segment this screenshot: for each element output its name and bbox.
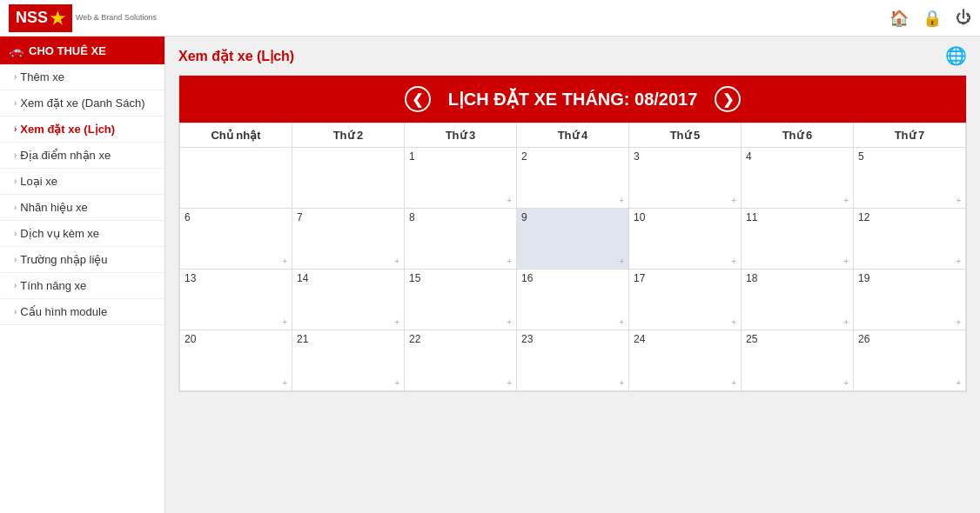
sidebar-item-dia-diem[interactable]: › Địa điểm nhận xe (0, 143, 164, 169)
day-number: 2 (521, 150, 527, 163)
header-icons: 🏠 🔒 ⏻ (889, 9, 971, 28)
calendar-cell[interactable] (292, 148, 405, 209)
day-add-icon[interactable]: + (956, 256, 961, 266)
sidebar-label-3: Địa điểm nhận xe (20, 149, 111, 162)
day-add-icon[interactable]: + (956, 317, 961, 327)
day-number: 12 (858, 211, 869, 223)
day-number: 4 (746, 150, 752, 163)
calendar-cell[interactable]: 14+ (292, 270, 405, 330)
calendar-cell[interactable]: 25+ (742, 330, 854, 391)
sidebar-item-them-xe[interactable]: › Thêm xe (0, 64, 164, 90)
day-add-icon[interactable]: + (282, 256, 287, 266)
calendar-cell[interactable]: 6+ (180, 209, 292, 270)
calendar-cell[interactable]: 23+ (517, 330, 629, 391)
day-add-icon[interactable]: + (619, 256, 624, 266)
day-add-icon[interactable]: + (731, 196, 736, 205)
calendar-cell[interactable]: 7+ (292, 209, 405, 270)
calendar-cell[interactable]: 18+ (742, 270, 854, 330)
calendar-container: ❮ LỊCH ĐẶT XE THÁNG: 08/2017 ❯ Chủ nhật … (178, 75, 967, 392)
calendar-cell[interactable]: 5+ (854, 148, 966, 209)
calendar-cell[interactable]: 15+ (405, 270, 517, 330)
power-icon[interactable]: ⏻ (956, 9, 971, 27)
prev-month-button[interactable]: ❮ (405, 86, 431, 112)
sidebar-label-0: Thêm xe (20, 70, 64, 83)
calendar-cell[interactable]: 13+ (180, 270, 292, 330)
sidebar-item-dich-vu[interactable]: › Dịch vụ kèm xe (0, 221, 164, 247)
calendar-cell[interactable]: 4+ (742, 148, 854, 209)
day-add-icon[interactable]: + (731, 378, 736, 388)
day-add-icon[interactable]: + (843, 256, 849, 266)
arrow-icon-4: › (14, 177, 17, 186)
day-add-icon[interactable]: + (394, 317, 399, 327)
sidebar-item-truong-nhap[interactable]: › Trường nhập liệu (0, 247, 164, 273)
sidebar-header: 🚗 CHO THUÊ XE (0, 37, 164, 64)
calendar-cell[interactable]: 9+ (517, 209, 629, 270)
calendar-cell[interactable]: 19+ (854, 270, 966, 330)
arrow-icon-2: › (14, 124, 17, 134)
day-add-icon[interactable]: + (843, 196, 849, 205)
arrow-icon-6: › (14, 229, 17, 238)
calendar-cell[interactable]: 2+ (517, 148, 629, 209)
car-icon: 🚗 (9, 43, 23, 57)
calendar-grid: Chủ nhật Thứ 2 Thứ 3 Thứ 4 Thứ 5 Thứ 6 T… (179, 123, 966, 391)
sidebar-item-cau-hinh[interactable]: › Cấu hình module (0, 299, 164, 325)
day-add-icon[interactable]: + (843, 317, 849, 327)
calendar-cell[interactable]: 26+ (854, 330, 966, 391)
sidebar-item-tinh-nang[interactable]: › Tính năng xe (0, 273, 164, 299)
calendar-cell[interactable]: 1+ (405, 148, 517, 209)
calendar-cell[interactable]: 16+ (517, 270, 629, 330)
calendar-cell[interactable]: 22+ (405, 330, 517, 391)
day-add-icon[interactable]: + (619, 378, 624, 388)
day-number: 25 (746, 333, 757, 345)
sidebar: 🚗 CHO THUÊ XE › Thêm xe › Xem đặt xe (Da… (0, 37, 165, 513)
arrow-icon-9: › (14, 307, 17, 316)
day-add-icon[interactable]: + (956, 196, 961, 205)
day-number: 17 (634, 272, 645, 284)
sidebar-item-nhan-hieu[interactable]: › Nhãn hiệu xe (0, 195, 164, 221)
day-add-icon[interactable]: + (619, 196, 624, 205)
sidebar-label-1: Xem đặt xe (Danh Sách) (20, 97, 144, 110)
home-icon[interactable]: 🏠 (889, 9, 909, 28)
calendar-cell[interactable]: 10+ (629, 209, 742, 270)
day-add-icon[interactable]: + (394, 378, 399, 388)
day-add-icon[interactable]: + (731, 317, 736, 327)
calendar-cell[interactable] (180, 148, 292, 209)
day-add-icon[interactable]: + (956, 378, 961, 388)
calendar-cell[interactable]: 3+ (629, 148, 742, 209)
sidebar-item-loai-xe[interactable]: › Loại xe (0, 169, 164, 195)
day-number: 24 (634, 333, 645, 345)
calendar-cell[interactable]: 11+ (742, 209, 854, 270)
day-add-icon[interactable]: + (507, 196, 512, 205)
calendar-cell[interactable]: 20+ (180, 330, 292, 391)
arrow-icon-1: › (14, 98, 17, 108)
calendar-cell[interactable]: 8+ (405, 209, 517, 270)
page-title-row: Xem đặt xe (Lịch) 🌐 (178, 45, 967, 66)
arrow-icon-8: › (14, 281, 17, 290)
calendar-cell[interactable]: 12+ (854, 209, 966, 270)
sidebar-item-xem-dat-xe-lich[interactable]: › Xem đặt xe (Lịch) (0, 117, 164, 143)
day-add-icon[interactable]: + (282, 317, 287, 327)
sidebar-item-xem-dat-xe-ds[interactable]: › Xem đặt xe (Danh Sách) (0, 90, 164, 117)
calendar-header: ❮ LỊCH ĐẶT XE THÁNG: 08/2017 ❯ (179, 76, 966, 123)
day-number: 15 (409, 272, 420, 284)
day-add-icon[interactable]: + (507, 378, 512, 388)
layout: 🚗 CHO THUÊ XE › Thêm xe › Xem đặt xe (Da… (0, 37, 980, 513)
logo: NSS ★ (9, 4, 72, 32)
next-month-button[interactable]: ❯ (715, 86, 741, 112)
day-number: 7 (297, 211, 303, 223)
day-add-icon[interactable]: + (507, 317, 512, 327)
day-number: 18 (746, 272, 757, 284)
day-number: 3 (634, 150, 640, 163)
day-add-icon[interactable]: + (282, 378, 287, 388)
calendar-cell[interactable]: 17+ (629, 270, 742, 330)
calendar-cell[interactable]: 24+ (629, 330, 742, 391)
day-add-icon[interactable]: + (394, 256, 399, 266)
weekday-3: Thứ 4 (517, 123, 629, 148)
calendar-cell[interactable]: 21+ (292, 330, 405, 391)
lock-icon[interactable]: 🔒 (923, 9, 942, 28)
day-add-icon[interactable]: + (619, 317, 624, 327)
day-add-icon[interactable]: + (843, 378, 849, 388)
globe-icon[interactable]: 🌐 (945, 45, 967, 66)
day-add-icon[interactable]: + (731, 256, 736, 266)
day-add-icon[interactable]: + (507, 256, 512, 266)
